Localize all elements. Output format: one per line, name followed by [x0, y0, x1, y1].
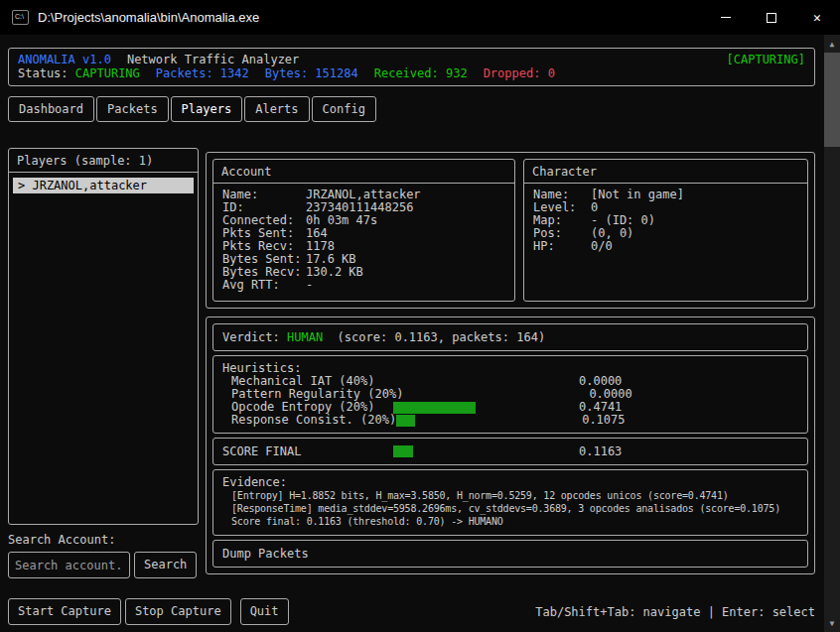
- titlebar: C:\ D:\Projects\anomalia\bin\Anomalia.ex…: [0, 0, 840, 35]
- window-controls: ✕: [703, 0, 840, 35]
- character-rows: Name:[Not in game] Level:0 Map:- (ID: 0)…: [524, 184, 807, 258]
- character-row-level: Level:0: [533, 201, 798, 214]
- packets-field: Packets: 1342: [156, 66, 249, 80]
- keyboard-hint: Tab/Shift+Tab: navigate | Enter: select: [535, 605, 815, 619]
- tab-players[interactable]: Players: [171, 96, 243, 122]
- received-field: Received: 932: [374, 66, 468, 80]
- tab-config[interactable]: Config: [312, 96, 376, 122]
- heuristic-bar: [396, 415, 570, 427]
- minimize-button[interactable]: [703, 0, 749, 35]
- character-panel: Character Name:[Not in game] Level:0 Map…: [523, 159, 808, 302]
- capturing-badge: [CAPTURING]: [727, 53, 805, 66]
- account-rows: Name:JRZANOL,attacker ID:237340111448256…: [213, 184, 514, 297]
- minimize-icon: [721, 17, 731, 18]
- heuristic-row-response-consist: Response Consist. (20%) 0.1075: [222, 414, 798, 427]
- players-panel-title: Players (sample: 1): [9, 149, 198, 172]
- scroll-down-icon[interactable]: ▼: [824, 615, 840, 631]
- tab-bar: Dashboard Packets Players Alerts Config: [8, 96, 815, 122]
- tab-packets[interactable]: Packets: [96, 96, 169, 122]
- heuristic-bar: [403, 389, 577, 401]
- close-button[interactable]: ✕: [794, 0, 840, 35]
- score-final-value: 0.1163: [579, 444, 622, 458]
- search-input[interactable]: [15, 559, 123, 572]
- account-panel-title: Account: [213, 160, 514, 183]
- character-row-pos: Pos:(0, 0): [533, 227, 798, 240]
- vertical-scrollbar[interactable]: ▲ ▼: [824, 35, 840, 632]
- scroll-up-icon[interactable]: ▲: [824, 36, 840, 52]
- verdict-detail: (score: 0.1163, packets: 164): [323, 330, 545, 344]
- detail-area: Account Name:JRZANOL,attacker ID:2373401…: [206, 152, 815, 574]
- search-account-label: Search Account:: [8, 534, 199, 547]
- players-panel: Players (sample: 1) > JRZANOL,attacker: [8, 148, 199, 525]
- evidence-title: Evidence:: [222, 475, 798, 489]
- console-window: C:\ D:\Projects\anomalia\bin\Anomalia.ex…: [0, 0, 840, 632]
- search-button[interactable]: Search: [134, 552, 197, 578]
- console-content: ANOMALIA v1.0 Network Traffic Analyzer […: [0, 35, 824, 632]
- heuristics-panel: Heuristics: Mechanical IAT (40%) 0.0000 …: [212, 355, 808, 434]
- players-sidebar: Players (sample: 1) > JRZANOL,attacker S…: [8, 148, 199, 578]
- evidence-line-response-time: [ResponseTime] media_stddev=5958.2696ms,…: [222, 502, 798, 515]
- character-panel-title: Character: [524, 160, 807, 183]
- account-panel: Account Name:JRZANOL,attacker ID:2373401…: [212, 159, 515, 302]
- analysis-container: Verdict: HUMAN (score: 0.1163, packets: …: [206, 316, 815, 574]
- info-container: Account Name:JRZANOL,attacker ID:2373401…: [206, 152, 815, 309]
- footer-bar: Start Capture Stop Capture Quit Tab/Shif…: [8, 598, 815, 625]
- evidence-line-entropy: [Entropy] H=1.8852 bits, H_max=3.5850, H…: [222, 489, 798, 502]
- status-field: Status: CAPTURING: [18, 66, 140, 80]
- app-subtitle: Network Traffic Analyzer: [127, 53, 299, 66]
- app-name: ANOMALIA v1.0: [18, 53, 111, 66]
- window-title: D:\Projects\anomalia\bin\Anomalia.exe: [38, 10, 259, 25]
- character-row-map: Map:- (ID: 0): [533, 214, 798, 227]
- stop-capture-button[interactable]: Stop Capture: [125, 598, 231, 625]
- player-list: > JRZANOL,attacker: [9, 173, 198, 198]
- evidence-panel: Evidence: [Entropy] H=1.8852 bits, H_max…: [212, 469, 808, 536]
- heuristic-bar: [393, 402, 567, 414]
- player-list-item[interactable]: > JRZANOL,attacker: [13, 178, 194, 193]
- maximize-icon: [767, 13, 776, 23]
- dropped-field: Dropped: 0: [484, 66, 555, 80]
- account-row-avg-rtt: Avg RTT:-: [222, 279, 505, 292]
- heuristics-title: Heuristics:: [222, 361, 798, 375]
- verdict-label: Verdict:: [222, 330, 287, 344]
- verdict-panel: Verdict: HUMAN (score: 0.1163, packets: …: [212, 323, 808, 351]
- status-header: ANOMALIA v1.0 Network Traffic Analyzer […: [8, 48, 815, 86]
- close-icon: ✕: [813, 11, 821, 24]
- quit-button[interactable]: Quit: [240, 598, 289, 625]
- score-final-panel: SCORE FINAL 0.1163: [212, 438, 808, 465]
- tab-dashboard[interactable]: Dashboard: [8, 96, 94, 122]
- character-row-hp: HP:0/0: [533, 240, 798, 253]
- score-final-label: SCORE FINAL: [222, 444, 393, 458]
- scrollbar-thumb[interactable]: [824, 53, 840, 147]
- console-app-icon: C:\: [12, 10, 29, 25]
- tab-alerts[interactable]: Alerts: [244, 96, 309, 122]
- maximize-button[interactable]: [749, 0, 794, 35]
- start-capture-button[interactable]: Start Capture: [8, 598, 121, 625]
- bytes-field: Bytes: 151284: [265, 66, 358, 80]
- score-final-bar: [393, 445, 567, 457]
- verdict-value: HUMAN: [287, 330, 323, 344]
- heuristic-bar: [393, 376, 567, 388]
- search-input-wrap: [8, 552, 130, 578]
- dump-packets-button[interactable]: Dump Packets: [212, 540, 808, 568]
- evidence-line-score-final: Score final: 0.1163 (threshold: 0.70) ->…: [222, 515, 798, 528]
